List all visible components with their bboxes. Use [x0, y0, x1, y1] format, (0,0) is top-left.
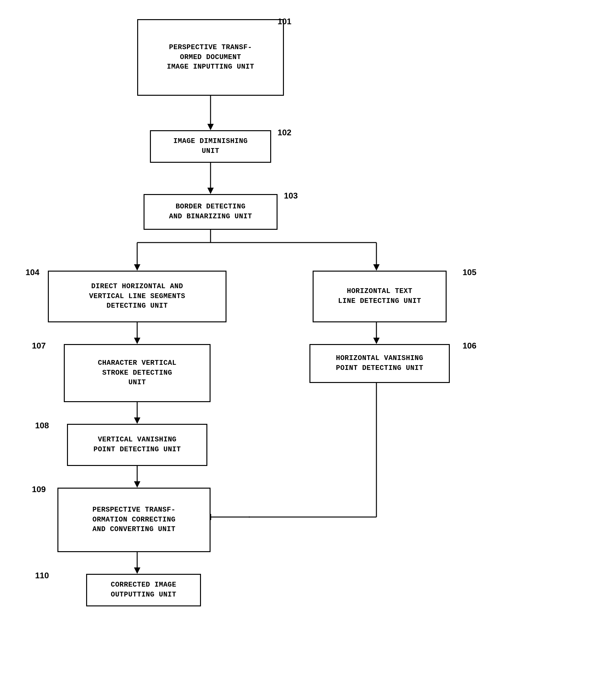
box-102-label: IMAGE DIMINISHINGUNIT	[174, 137, 248, 156]
ref-110: 110	[35, 571, 49, 581]
box-107: CHARACTER VERTICALSTROKE DETECTINGUNIT	[64, 344, 210, 402]
box-106-label: HORIZONTAL VANISHINGPOINT DETECTING UNIT	[336, 354, 423, 373]
box-103-label: BORDER DETECTINGAND BINARIZING UNIT	[169, 202, 252, 222]
svg-marker-7	[134, 264, 140, 271]
flowchart-diagram: PERSPECTIVE TRANSF-ORMED DOCUMENTIMAGE I…	[0, 0, 616, 675]
box-106: HORIZONTAL VANISHINGPOINT DETECTING UNIT	[310, 344, 450, 383]
svg-marker-17	[134, 481, 140, 487]
svg-marker-13	[134, 418, 140, 424]
ref-108: 108	[35, 421, 49, 431]
box-102: IMAGE DIMINISHINGUNIT	[150, 130, 271, 163]
svg-marker-3	[207, 188, 214, 194]
box-110-label: CORRECTED IMAGEOUTPUTTING UNIT	[111, 580, 176, 600]
box-104: DIRECT HORIZONTAL ANDVERTICAL LINE SEGME…	[48, 271, 227, 322]
box-105-label: HORIZONTAL TEXTLINE DETECTING UNIT	[338, 287, 421, 306]
box-103: BORDER DETECTINGAND BINARIZING UNIT	[144, 194, 277, 230]
svg-marker-9	[373, 264, 380, 271]
box-105: HORIZONTAL TEXTLINE DETECTING UNIT	[313, 271, 447, 322]
ref-101: 101	[277, 17, 291, 26]
ref-103: 103	[284, 191, 298, 201]
box-108: VERTICAL VANISHINGPOINT DETECTING UNIT	[67, 424, 207, 466]
svg-marker-15	[373, 338, 380, 344]
ref-104: 104	[25, 268, 39, 277]
svg-marker-1	[207, 124, 214, 130]
ref-106: 106	[462, 341, 476, 351]
box-109: PERSPECTIVE TRANSF-ORMATION CORRECTINGAN…	[58, 487, 210, 552]
ref-109: 109	[32, 484, 46, 494]
svg-marker-24	[134, 568, 140, 574]
svg-marker-11	[134, 338, 140, 344]
ref-107: 107	[32, 341, 46, 351]
ref-105: 105	[462, 268, 476, 277]
box-107-label: CHARACTER VERTICALSTROKE DETECTINGUNIT	[98, 358, 177, 388]
box-108-label: VERTICAL VANISHINGPOINT DETECTING UNIT	[93, 435, 181, 455]
ref-102: 102	[277, 128, 291, 138]
box-101: PERSPECTIVE TRANSF-ORMED DOCUMENTIMAGE I…	[137, 19, 284, 96]
box-101-label: PERSPECTIVE TRANSF-ORMED DOCUMENTIMAGE I…	[167, 43, 254, 72]
box-109-label: PERSPECTIVE TRANSF-ORMATION CORRECTINGAN…	[92, 505, 175, 535]
box-110: CORRECTED IMAGEOUTPUTTING UNIT	[86, 574, 201, 606]
box-104-label: DIRECT HORIZONTAL ANDVERTICAL LINE SEGME…	[89, 282, 185, 311]
